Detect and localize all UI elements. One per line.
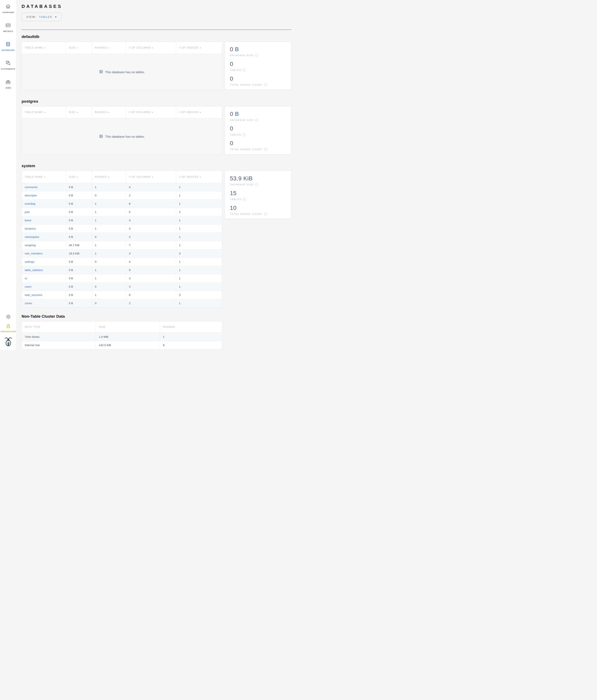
column-header-columns[interactable]: # OF COLUMNS▼ bbox=[126, 171, 176, 183]
sort-arrow-icon: ▼ bbox=[76, 176, 79, 178]
cell-ranges: 1 bbox=[92, 291, 126, 299]
cell-size: 0 B bbox=[66, 224, 92, 233]
column-header-ranges[interactable]: RANGES▼ bbox=[92, 42, 126, 54]
sort-arrow-icon: ▼ bbox=[108, 111, 110, 114]
info-icon[interactable]: i bbox=[264, 148, 267, 151]
column-header-ranges[interactable]: RANGES▼ bbox=[92, 171, 126, 183]
stat-database-size: 0 B DATABASE SIZEi bbox=[230, 111, 286, 122]
table-name-link[interactable]: comments bbox=[25, 185, 37, 189]
cell-indices: 1 bbox=[176, 224, 222, 233]
info-icon[interactable]: i bbox=[255, 118, 258, 122]
chevron-down-icon: ▼ bbox=[54, 16, 57, 18]
sidebar-item-metrics[interactable]: METRICS bbox=[3, 23, 13, 32]
table-row: users 0 B 0 3 1 bbox=[22, 282, 222, 291]
db-section-defaultdb: defaultdb TABLE NAME▼ SIZE▼ RANGES▼ # OF… bbox=[22, 34, 291, 91]
section-heading: Non-Table Cluster Data bbox=[22, 314, 291, 319]
table-row: zones 0 B 0 2 1 bbox=[22, 299, 222, 307]
info-icon[interactable]: i bbox=[264, 212, 267, 216]
cell-size: 0 B bbox=[66, 257, 92, 266]
cell-size: 0 B bbox=[66, 274, 92, 282]
table-name-link[interactable]: lease bbox=[25, 219, 31, 222]
cell-indices: 1 bbox=[176, 241, 222, 249]
column-header-table-name[interactable]: TABLE NAME▼ bbox=[22, 42, 66, 54]
cell-size: 0 B bbox=[66, 266, 92, 274]
table-name-link[interactable]: users bbox=[25, 285, 31, 288]
table-name-link[interactable]: web_sessions bbox=[25, 293, 42, 297]
stat-value: 0 bbox=[230, 61, 286, 67]
cell-size: 19.3 KiB bbox=[66, 249, 92, 257]
empty-state: This database has no tables. bbox=[22, 54, 222, 90]
info-icon[interactable]: i bbox=[264, 83, 267, 86]
sort-arrow-icon: ▼ bbox=[44, 176, 46, 178]
table-row: descriptor 0 B 0 2 1 bbox=[22, 191, 222, 199]
sidebar-item-statements[interactable]: STATEMENTS bbox=[1, 60, 15, 70]
gear-icon[interactable] bbox=[6, 314, 11, 320]
sort-arrow-icon: ▼ bbox=[200, 111, 202, 114]
cell-columns: 4 bbox=[126, 257, 176, 266]
column-header-columns[interactable]: # OF COLUMNS▼ bbox=[126, 106, 176, 118]
main-content: DATABASES VIEW: TABLES ▼ defaultdb TABLE… bbox=[17, 0, 298, 356]
cell-columns: 6 bbox=[126, 199, 176, 208]
column-header-size[interactable]: SIZE▼ bbox=[66, 171, 92, 183]
sort-arrow-icon: ▼ bbox=[108, 176, 110, 178]
insecure-mode-link[interactable]: INSECURE MODE bbox=[1, 324, 16, 332]
table-name-link[interactable]: zones bbox=[25, 302, 32, 305]
table-name-link[interactable]: jobs bbox=[25, 210, 30, 214]
sidebar-item-overview[interactable]: OVERVIEW bbox=[2, 4, 14, 14]
sort-arrow-icon: ▼ bbox=[200, 176, 202, 178]
table-name-link[interactable]: rangelog bbox=[25, 244, 36, 247]
cockroach-logo[interactable] bbox=[4, 337, 12, 347]
view-dropdown[interactable]: VIEW: TABLES ▼ bbox=[22, 12, 61, 21]
info-icon[interactable]: i bbox=[243, 69, 246, 72]
sidebar-item-jobs[interactable]: JOBS bbox=[5, 79, 11, 89]
column-header-size[interactable]: SIZE▼ bbox=[66, 106, 92, 118]
table-row: table_statistics 0 B 1 9 1 bbox=[22, 266, 222, 274]
stat-value: 0 bbox=[230, 125, 286, 132]
cell-ranges: 1 bbox=[92, 249, 126, 257]
cell-columns: 3 bbox=[126, 274, 176, 282]
table-name-link[interactable]: namespace bbox=[25, 235, 39, 239]
cell-ranges: 1 bbox=[92, 224, 126, 233]
table-name-link[interactable]: eventlog bbox=[25, 202, 35, 205]
column-header-indices[interactable]: # OF INDICES▼ bbox=[176, 171, 222, 183]
table-icon bbox=[99, 134, 103, 139]
info-icon[interactable]: i bbox=[255, 54, 258, 57]
info-icon[interactable]: i bbox=[243, 198, 246, 201]
table-name-link[interactable]: descriptor bbox=[25, 194, 37, 197]
sort-arrow-icon: ▼ bbox=[152, 176, 154, 178]
column-header-size[interactable]: SIZE▼ bbox=[66, 42, 92, 54]
table-name-link[interactable]: table_statistics bbox=[25, 269, 43, 272]
sort-arrow-icon: ▼ bbox=[108, 47, 110, 49]
cell-ranges: 1 bbox=[92, 266, 126, 274]
sidebar-item-label: OVERVIEW bbox=[2, 11, 14, 14]
stat-database-size: 53.9 KiB DATABASE SIZEi bbox=[230, 175, 286, 186]
column-header-table-name[interactable]: TABLE NAME▼ bbox=[22, 106, 66, 118]
cell-indices: 1 bbox=[176, 233, 222, 241]
table-name-link[interactable]: settings bbox=[25, 260, 34, 263]
stat-tables: 0 TABLESi bbox=[230, 61, 286, 72]
cell-columns: 3 bbox=[126, 249, 176, 257]
column-header-indices[interactable]: # OF INDICES▼ bbox=[176, 42, 222, 54]
table-name-link[interactable]: role_members bbox=[25, 252, 43, 255]
stat-value: 53.9 KiB bbox=[230, 175, 286, 182]
cell-ranges: 0 bbox=[92, 233, 126, 241]
table-name-link[interactable]: locations bbox=[25, 227, 36, 230]
table-name-link[interactable]: ui bbox=[25, 277, 27, 280]
column-header-columns[interactable]: # OF COLUMNS▼ bbox=[126, 42, 176, 54]
column-header-indices[interactable]: # OF INDICES▼ bbox=[176, 106, 222, 118]
stat-value: 0 B bbox=[230, 46, 286, 53]
cell-ranges: 1 bbox=[92, 241, 126, 249]
column-header-table-name[interactable]: TABLE NAME▼ bbox=[22, 171, 66, 183]
cell-size: 0 B bbox=[66, 299, 92, 307]
stat-range-count: 0 TOTAL RANGE COUNTi bbox=[230, 140, 286, 151]
sidebar-item-databases[interactable]: DATABASES bbox=[2, 42, 15, 51]
cell-size: 0 B bbox=[66, 233, 92, 241]
cell-indices: 1 bbox=[176, 257, 222, 266]
info-icon[interactable]: i bbox=[243, 133, 246, 136]
info-icon[interactable]: i bbox=[255, 183, 258, 186]
table-row: comments 0 B 1 4 1 bbox=[22, 183, 222, 191]
empty-message: This database has no tables. bbox=[105, 70, 145, 74]
stat-value: 0 B bbox=[230, 111, 286, 117]
table-row: jobs 0 B 1 5 2 bbox=[22, 208, 222, 216]
column-header-ranges[interactable]: RANGES▼ bbox=[92, 106, 126, 118]
